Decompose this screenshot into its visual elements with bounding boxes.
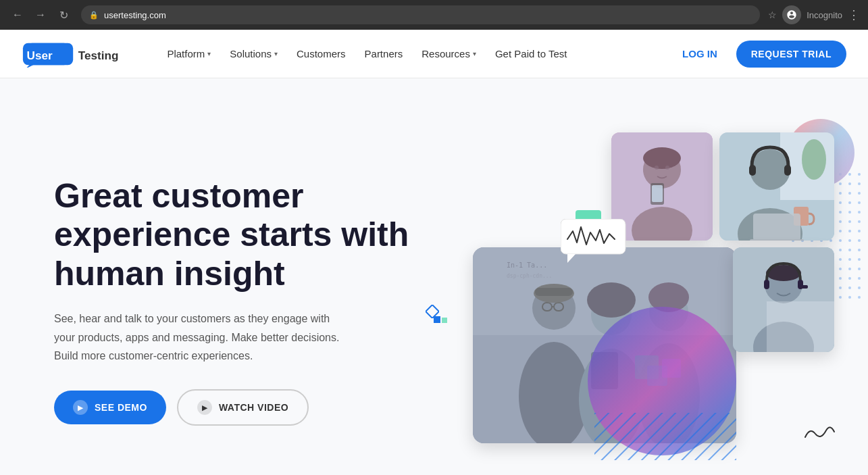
svg-point-14 [643, 147, 681, 169]
nav-get-paid-label: Get Paid to Test [495, 48, 567, 59]
svg-rect-13 [652, 185, 663, 202]
logo[interactable]: User Testing [22, 41, 137, 68]
svg-rect-60 [434, 316, 440, 323]
svg-marker-8 [567, 254, 576, 263]
back-button[interactable]: ← [8, 5, 27, 24]
url-text: usertesting.com [104, 10, 166, 20]
hero-subtitle: See, hear and talk to your customers as … [54, 309, 351, 365]
bookmark-icon[interactable]: ☆ [768, 9, 777, 20]
nav-item-platform[interactable]: Platform ▾ [159, 43, 219, 65]
chat-bubble-decoration [561, 219, 628, 266]
svg-rect-56 [767, 301, 834, 352]
login-label: LOG IN [682, 48, 717, 59]
browser-nav-buttons: ← → ↻ [8, 5, 73, 24]
nav-partners-label: Partners [365, 48, 403, 59]
logo-svg: User Testing [22, 41, 137, 68]
see-demo-label: SEE DEMO [95, 402, 147, 413]
hero-title: Great customer experience starts with hu… [54, 177, 419, 294]
svg-rect-53 [764, 280, 769, 289]
browser-chrome: ← → ↻ 🔒 usertesting.com ☆ Incognito ⋮ [0, 0, 868, 30]
nav-solutions-label: Solutions [230, 48, 272, 59]
dot-grid-right-decoration: // dots rendered below [784, 170, 865, 307]
nav-customers-label: Customers [297, 48, 346, 59]
svg-rect-61 [442, 318, 447, 323]
solutions-chevron-icon: ▾ [274, 50, 278, 57]
see-demo-button[interactable]: ▶ SEE DEMO [54, 391, 166, 424]
forward-button[interactable]: → [31, 5, 50, 24]
svg-rect-22 [749, 165, 756, 176]
chrome-menu-icon[interactable]: ⋮ [848, 7, 860, 22]
squiggle-decoration [802, 424, 836, 443]
platform-chevron-icon: ▾ [207, 50, 211, 57]
svg-text:In-1 Ta...: In-1 Ta... [507, 261, 547, 269]
request-trial-button[interactable]: REQUEST TRIAL [736, 41, 846, 68]
nav-actions: LOG IN REQUEST TRIAL [674, 41, 846, 68]
nav-links: Platform ▾ Solutions ▾ Customers Partner… [159, 43, 674, 65]
svg-text:Testing: Testing [78, 48, 119, 61]
nav-item-resources[interactable]: Resources ▾ [413, 43, 484, 65]
watch-video-play-icon: ▶ [197, 400, 212, 415]
hero-section: Great customer experience starts with hu… [0, 78, 868, 475]
diagonal-stripes-decoration [594, 413, 736, 460]
main-nav: User Testing Platform ▾ Solutions ▾ Cust… [0, 30, 868, 78]
nav-resources-label: Resources [422, 48, 470, 59]
address-bar[interactable]: 🔒 usertesting.com [81, 5, 760, 24]
nav-item-get-paid[interactable]: Get Paid to Test [487, 43, 575, 65]
reload-button[interactable]: ↻ [54, 5, 73, 24]
svg-rect-58 [594, 413, 736, 460]
svg-point-15 [655, 166, 659, 170]
nav-item-customers[interactable]: Customers [288, 43, 354, 65]
incognito-button[interactable] [782, 5, 801, 24]
nav-platform-label: Platform [167, 48, 205, 59]
login-button[interactable]: LOG IN [674, 43, 725, 65]
svg-point-16 [665, 166, 669, 170]
watch-video-label: WATCH VIDEO [219, 402, 288, 413]
see-demo-play-icon: ▶ [73, 400, 88, 415]
hero-buttons: ▶ SEE DEMO ▶ WATCH VIDEO [54, 389, 419, 426]
request-trial-label: REQUEST TRIAL [751, 49, 832, 59]
small-squares-decoration [434, 315, 449, 327]
nav-item-solutions[interactable]: Solutions ▾ [222, 43, 286, 65]
resources-chevron-icon: ▾ [473, 50, 476, 57]
svg-text:dsp-cph-cdn...: dsp-cph-cdn... [507, 273, 552, 279]
lock-icon: 🔒 [89, 11, 99, 20]
svg-text:User: User [27, 48, 53, 61]
incognito-label: Incognito [807, 10, 842, 20]
hero-visual: // Will be rendered via JS below [419, 105, 868, 475]
watch-video-button[interactable]: ▶ WATCH VIDEO [177, 389, 309, 426]
browser-actions: ☆ Incognito ⋮ [768, 5, 860, 24]
hero-content: Great customer experience starts with hu… [54, 177, 419, 426]
nav-item-partners[interactable]: Partners [357, 43, 411, 65]
